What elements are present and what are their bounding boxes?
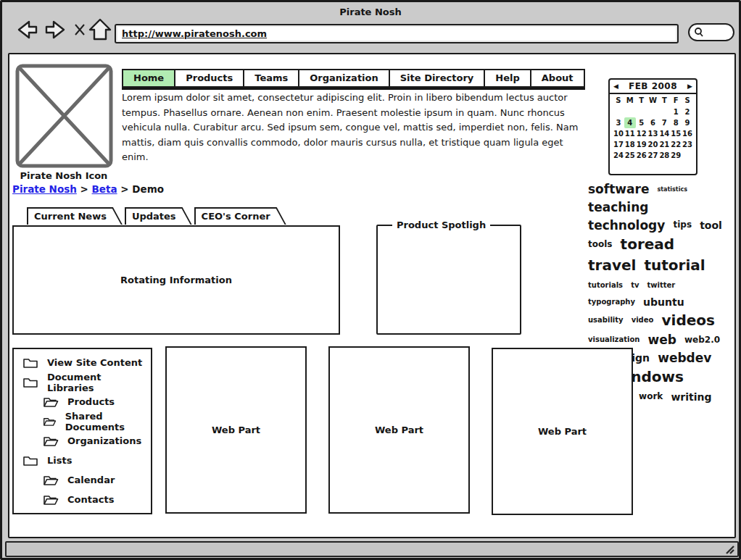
calendar-day[interactable] <box>624 106 636 117</box>
calendar-day[interactable] <box>658 106 670 117</box>
calendar-day[interactable]: 23 <box>682 139 693 150</box>
calendar-title: FEB 2008 <box>629 81 677 91</box>
calendar-day[interactable]: 3 <box>613 117 624 128</box>
calendar-next-button[interactable]: ▶ <box>687 83 692 90</box>
tag-link[interactable]: visualization <box>588 335 639 343</box>
calendar-day[interactable] <box>682 150 693 161</box>
tag-link[interactable]: software <box>588 182 649 196</box>
calendar-day[interactable]: 27 <box>647 150 659 161</box>
nav-tab[interactable]: Organization <box>298 69 389 88</box>
nav-tab[interactable]: Teams <box>243 69 299 88</box>
content-tab[interactable]: Current News <box>27 207 123 225</box>
tag-link[interactable]: technology <box>588 218 665 233</box>
calendar-day[interactable]: 22 <box>670 139 682 150</box>
primary-nav: Home Products Teams Organization Site Di… <box>122 69 585 90</box>
nav-tab[interactable]: Products <box>174 69 244 88</box>
home-button[interactable] <box>88 17 112 41</box>
calendar-day[interactable]: 18 <box>624 139 636 150</box>
tag-link[interactable]: videos <box>662 312 715 329</box>
tag-link[interactable]: video <box>632 316 654 324</box>
forward-button[interactable] <box>43 19 69 41</box>
calendar-day[interactable]: 21 <box>658 139 670 150</box>
tag-link[interactable]: twitter <box>647 281 676 289</box>
calendar-prev-button[interactable]: ◀ <box>613 83 618 90</box>
calendar-day[interactable]: 29 <box>670 150 682 161</box>
content-tab[interactable]: Updates <box>125 207 192 225</box>
tag-link[interactable]: tools <box>588 239 612 249</box>
calendar-day[interactable]: 20 <box>647 139 659 150</box>
calendar-day[interactable] <box>613 106 624 117</box>
calendar-day[interactable]: 26 <box>636 150 647 161</box>
calendar-day[interactable]: 13 <box>647 128 659 139</box>
tree-item[interactable]: Products <box>14 392 151 411</box>
tree-item[interactable]: Calendar <box>14 470 151 490</box>
calendar-day[interactable]: 9 <box>682 117 693 128</box>
calendar-day[interactable]: 16 <box>682 128 693 139</box>
tree-item[interactable]: View Site Content <box>14 353 151 372</box>
tag-link[interactable]: ubuntu <box>643 296 684 308</box>
calendar-day[interactable]: 4 <box>624 117 636 128</box>
tag-link[interactable]: typography <box>588 298 635 306</box>
content-tabs: Current News Updates CEO's Corner <box>27 207 289 225</box>
calendar-day[interactable]: 1 <box>670 106 682 117</box>
calendar-day[interactable]: 15 <box>670 128 682 139</box>
calendar-day[interactable] <box>647 106 659 117</box>
calendar-day[interactable] <box>636 106 647 117</box>
tag-link[interactable]: tutorial <box>644 256 705 274</box>
logo-caption: Pirate Nosh Icon <box>9 170 118 181</box>
tree-item[interactable]: Contacts <box>14 490 151 509</box>
tag-link[interactable]: web2.0 <box>684 335 720 345</box>
tree-item[interactable]: Document Libraries <box>14 372 151 392</box>
calendar-day[interactable]: 24 <box>613 150 624 161</box>
content-tab[interactable]: CEO's Corner <box>194 207 286 225</box>
home-icon <box>88 17 112 41</box>
tag-link[interactable]: tips <box>673 220 692 230</box>
url-input[interactable] <box>115 24 679 43</box>
calendar-day[interactable]: 28 <box>658 150 670 161</box>
tag-link[interactable]: usability <box>588 316 624 324</box>
folder-icon <box>43 416 57 427</box>
web-part: Web Part <box>165 346 307 514</box>
calendar-day[interactable]: 19 <box>636 139 647 150</box>
tag-link[interactable]: statistics <box>658 186 687 193</box>
calendar-day[interactable]: 12 <box>636 128 647 139</box>
tag-link[interactable]: toread <box>621 235 675 253</box>
tag-link[interactable]: tv <box>631 281 639 289</box>
breadcrumb-link[interactable]: Beta <box>92 183 117 195</box>
folder-icon <box>43 475 59 486</box>
tag-link[interactable]: tool <box>700 220 722 231</box>
nav-tab[interactable]: Site Directory <box>389 69 486 88</box>
tag-link[interactable]: writing <box>671 391 711 403</box>
calendar-day[interactable]: 17 <box>613 139 624 150</box>
stop-button[interactable] <box>73 23 86 36</box>
calendar-day[interactable]: 14 <box>658 128 670 139</box>
back-button[interactable] <box>14 19 40 41</box>
breadcrumb-link[interactable]: Pirate Nosh <box>12 183 77 195</box>
tag-link[interactable]: work <box>639 391 663 401</box>
calendar-day[interactable]: 11 <box>624 128 636 139</box>
folder-icon <box>22 357 38 369</box>
calendar-day[interactable]: 2 <box>682 106 693 117</box>
nav-tab[interactable]: About <box>530 69 585 88</box>
tag-link[interactable]: webdev <box>658 351 711 365</box>
resize-grip-icon[interactable] <box>724 543 735 555</box>
tag-link[interactable]: travel <box>588 256 636 274</box>
calendar-day[interactable]: 5 <box>636 117 647 128</box>
tree-item[interactable]: Organizations <box>14 431 151 451</box>
tag-link[interactable]: tutorials <box>588 281 623 289</box>
nav-tab[interactable]: Help <box>484 69 531 88</box>
tree-item-label: Calendar <box>67 475 115 485</box>
calendar-day[interactable]: 10 <box>613 128 624 139</box>
tree-item[interactable]: Shared Documents <box>14 411 151 431</box>
calendar-day[interactable]: 25 <box>624 150 636 161</box>
tree-item-label: Products <box>67 396 115 407</box>
tag-link[interactable]: web <box>647 333 676 347</box>
folder-icon <box>43 435 59 447</box>
calendar-day[interactable]: 6 <box>647 117 659 128</box>
tag-link[interactable]: teaching <box>588 200 648 214</box>
nav-tab[interactable]: Home <box>122 69 175 88</box>
calendar-day[interactable]: 8 <box>670 117 682 128</box>
calendar-day[interactable]: 7 <box>658 117 670 128</box>
tree-item[interactable]: Lists <box>14 451 151 470</box>
search-box[interactable] <box>688 23 734 41</box>
